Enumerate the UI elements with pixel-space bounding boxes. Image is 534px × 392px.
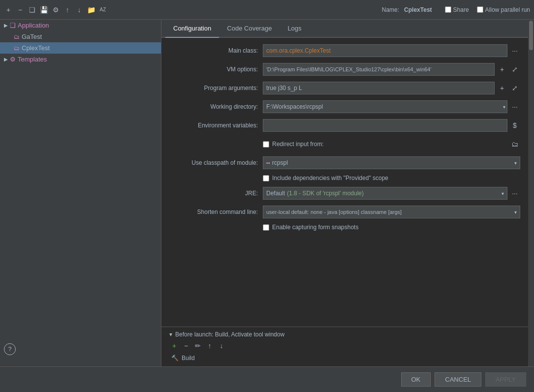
- main-class-input[interactable]: [263, 44, 507, 57]
- down-icon[interactable]: ↓: [75, 5, 84, 14]
- before-launch-label: Before launch: Build, Activate tool wind…: [175, 331, 284, 338]
- vm-options-row: VM options: + ⤢: [169, 62, 520, 76]
- working-dir-input[interactable]: [263, 100, 507, 113]
- vm-options-expand-btn[interactable]: ⤢: [509, 64, 520, 75]
- share-checkbox[interactable]: [445, 6, 451, 13]
- classpath-label: Use classpath of module:: [169, 159, 263, 166]
- templates-gear-icon: ⚙: [10, 56, 16, 63]
- classpath-module-icon: ▪▪: [266, 160, 270, 166]
- cplextest-folder-icon: 🗂: [14, 45, 20, 52]
- classpath-dropdown-arrow: ▾: [514, 160, 517, 166]
- before-launch-up-btn[interactable]: ↑: [205, 341, 215, 351]
- save-icon[interactable]: 💾: [39, 5, 48, 14]
- scrollbar[interactable]: [528, 20, 534, 366]
- minimize-icon[interactable]: −: [16, 5, 25, 14]
- sidebar-item-cplextest[interactable]: 🗂 CplexTest: [0, 42, 161, 54]
- tab-logs[interactable]: Logs: [280, 20, 309, 38]
- jre-field: Default (1.8 - SDK of 'rcpspl' module) ▾…: [263, 187, 520, 200]
- env-vars-input[interactable]: [263, 119, 507, 132]
- program-args-add-btn[interactable]: +: [497, 83, 507, 93]
- tab-code-coverage[interactable]: Code Coverage: [219, 20, 280, 38]
- shorten-field: user-local default: none - java [options…: [263, 206, 520, 218]
- before-launch-down-btn[interactable]: ↓: [217, 341, 226, 351]
- main-class-row: Main class: ···: [169, 44, 520, 58]
- shorten-dropdown-arrow: ▾: [514, 210, 517, 215]
- sidebar-item-gatest[interactable]: 🗂 GaTest: [0, 31, 161, 42]
- vm-options-input[interactable]: [263, 63, 495, 76]
- before-launch-header: ▾ Before launch: Build, Activate tool wi…: [169, 331, 520, 338]
- main-class-more-btn[interactable]: ···: [509, 45, 520, 56]
- ok-button[interactable]: OK: [401, 372, 431, 387]
- parallel-checkbox-label[interactable]: Allow parallel run: [477, 6, 530, 13]
- help-icon[interactable]: ?: [4, 343, 16, 355]
- sidebar-item-application[interactable]: ▶ ❑ Application: [0, 20, 161, 31]
- cancel-button[interactable]: CANCEL: [435, 372, 481, 387]
- application-folder-icon: ❑: [10, 22, 16, 29]
- tab-configuration[interactable]: Configuration: [165, 20, 219, 38]
- include-dep-row: Include dependencies with "Provided" sco…: [263, 175, 520, 181]
- sort-icon[interactable]: AZ: [98, 5, 107, 14]
- program-args-expand-btn[interactable]: ⤢: [509, 83, 520, 93]
- apply-button[interactable]: APPLY: [485, 372, 526, 387]
- jre-detail-text: (1.8 - SDK of 'rcpspl' module): [287, 190, 364, 197]
- add-icon[interactable]: +: [4, 5, 13, 14]
- working-dir-select-wrapper: ▾: [263, 100, 507, 113]
- jre-label: JRE:: [169, 190, 263, 197]
- jre-row: JRE: Default (1.8 - SDK of 'rcpspl' modu…: [169, 186, 520, 200]
- before-launch-edit-btn[interactable]: ✏: [193, 341, 203, 351]
- jre-more-btn[interactable]: ···: [509, 188, 520, 199]
- jre-default-text: Default: [266, 190, 285, 197]
- env-vars-field: $: [263, 119, 520, 132]
- before-launch-build-item: 🔨 Build: [169, 354, 520, 362]
- redirect-folder-btn[interactable]: 🗂: [509, 139, 520, 150]
- before-launch-section: ▾ Before launch: Build, Activate tool wi…: [161, 327, 528, 366]
- vm-options-add-btn[interactable]: +: [497, 64, 507, 75]
- main-container: ▶ ❑ Application 🗂 GaTest 🗂 CplexTest ▶ ⚙…: [0, 20, 534, 366]
- classpath-field: ▪▪ rcpspl ▾: [263, 156, 520, 169]
- jre-select-display[interactable]: Default (1.8 - SDK of 'rcpspl' module) ▾: [263, 187, 507, 200]
- env-vars-dollar-btn[interactable]: $: [509, 120, 520, 131]
- folder-add-icon[interactable]: 📁: [87, 5, 95, 14]
- shorten-select-display[interactable]: user-local default: none - java [options…: [263, 206, 520, 218]
- before-launch-arrow: ▾: [169, 331, 172, 338]
- up-icon[interactable]: ↑: [63, 5, 72, 14]
- working-dir-field: ▾ ···: [263, 100, 520, 113]
- enable-snapshot-checkbox[interactable]: [263, 224, 269, 231]
- before-launch-remove-btn[interactable]: −: [181, 341, 191, 351]
- working-dir-label: Working directory:: [169, 103, 263, 110]
- enable-snapshot-label: Enable capturing form snapshots: [272, 224, 358, 231]
- main-class-field: ···: [263, 44, 520, 57]
- enable-snapshot-row: Enable capturing form snapshots: [263, 224, 520, 231]
- program-args-field: + ⤢: [263, 82, 520, 94]
- sidebar-item-templates[interactable]: ▶ ⚙ Templates: [0, 54, 161, 65]
- parallel-checkbox[interactable]: [477, 6, 483, 13]
- jre-dropdown-arrow: ▾: [502, 191, 504, 196]
- working-dir-more-btn[interactable]: ···: [509, 101, 520, 112]
- vm-options-label: VM options:: [169, 66, 263, 73]
- share-checkbox-label[interactable]: Share: [445, 6, 469, 13]
- form-content: Main class: ··· VM options: + ⤢ Program …: [161, 38, 528, 327]
- redirect-checkbox[interactable]: [263, 141, 269, 148]
- scrollbar-thumb[interactable]: [529, 21, 533, 50]
- classpath-value: rcpspl: [272, 159, 288, 166]
- redirect-row: Redirect input from: 🗂: [169, 137, 520, 151]
- gatest-label: GaTest: [22, 33, 42, 40]
- copy-icon[interactable]: ❑: [28, 5, 36, 14]
- vm-options-field: + ⤢: [263, 63, 520, 76]
- include-dep-label: Include dependencies with "Provided" sco…: [272, 175, 388, 181]
- settings-icon[interactable]: ⚙: [51, 5, 60, 14]
- shorten-select-wrapper: user-local default: none - java [options…: [263, 206, 520, 218]
- name-label: Name:: [382, 6, 399, 13]
- arrow-icon: ▶: [4, 23, 8, 28]
- tabs: Configuration Code Coverage Logs: [161, 20, 528, 38]
- build-label: Build: [182, 355, 195, 362]
- include-dep-checkbox[interactable]: [263, 175, 269, 181]
- before-launch-add-btn[interactable]: +: [169, 341, 179, 351]
- env-vars-row: Environment variables: $: [169, 119, 520, 132]
- cplextest-label: CplexTest: [22, 44, 50, 52]
- program-args-input[interactable]: [263, 82, 495, 94]
- redirect-field: Redirect input from: 🗂: [263, 139, 520, 150]
- working-dir-row: Working directory: ▾ ···: [169, 100, 520, 114]
- build-hammer-icon: 🔨: [171, 355, 179, 362]
- classpath-row: Use classpath of module: ▪▪ rcpspl ▾: [169, 156, 520, 170]
